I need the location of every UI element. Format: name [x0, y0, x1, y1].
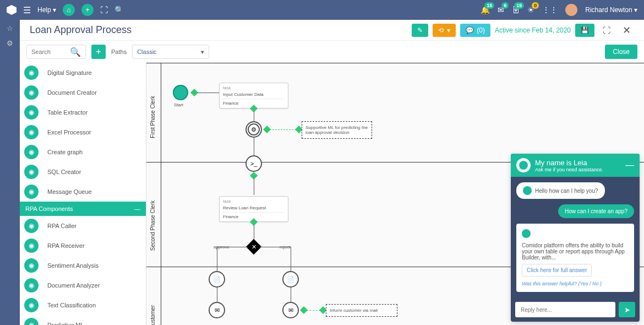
component-label: Table Extractor	[47, 109, 88, 116]
component-label: RPA Caller	[47, 223, 77, 229]
search-go-icon[interactable]: 🔍	[70, 47, 81, 57]
status-text: Active since Feb 14, 2020	[495, 26, 571, 34]
apps-icon[interactable]: ⋮⋮	[542, 6, 558, 14]
reject-mail-activity[interactable]: ✉	[282, 302, 299, 318]
chat-title: My name is Leia	[535, 159, 603, 167]
component-label: Create graph	[47, 149, 83, 155]
close-icon[interactable]: ✕	[619, 23, 634, 38]
gear-icon[interactable]: ⚙	[7, 39, 13, 47]
home-button[interactable]: ⌂	[63, 4, 75, 16]
save-button[interactable]: 💾	[575, 24, 594, 37]
edit-button[interactable]: ✎	[412, 24, 428, 37]
bell-badge: 15	[484, 2, 494, 9]
chat-header[interactable]: My name is Leia Ask me if you need assis…	[511, 154, 640, 177]
search-box[interactable]: 🔍	[26, 45, 86, 59]
component-item[interactable]: ◉Message Queue	[20, 182, 146, 202]
component-icon: ◉	[24, 239, 39, 253]
avatar[interactable]	[565, 4, 577, 16]
chat-user-message: How can I create an app?	[558, 204, 634, 218]
theme-badge: 0	[532, 2, 539, 9]
component-item[interactable]: ◉Predictive ML	[20, 315, 146, 325]
component-icon: ◉	[24, 185, 39, 199]
component-icon: ◉	[24, 318, 39, 325]
chat-bot-message: Hello how can I help you?	[516, 182, 605, 199]
page-header: Loan Approval Process ✎ ⟲ ▾ 💬 (0) Active…	[20, 20, 644, 41]
component-label: Digital Signature	[47, 69, 92, 76]
component-item[interactable]: ◉Create graph	[20, 142, 146, 162]
component-item[interactable]: ◉RPA Caller	[20, 216, 146, 236]
lane-2-label: Second Phase Clerk	[150, 201, 156, 251]
menu-icon[interactable]: ☰	[23, 5, 31, 15]
component-item[interactable]: ◉RPA Receiver	[20, 236, 146, 256]
component-label: Message Queue	[47, 188, 92, 195]
left-rail: ☆ ⚙	[0, 20, 20, 325]
start-label: Start	[174, 102, 183, 107]
approve-doc-activity[interactable]: 📄	[209, 271, 225, 288]
mail-icon[interactable]: ✉6	[498, 6, 504, 14]
script-activity[interactable]: >_	[245, 155, 262, 172]
component-icon: ◉	[24, 145, 39, 159]
drawer-badge: 15	[514, 2, 524, 9]
top-bar: ☰ Help ▾ ⌂ + ⛶ 🔍 🔔15 ✉6 🗄15 ☀0 ⋮⋮ Richar…	[0, 0, 644, 20]
component-icon: ◉	[24, 165, 39, 179]
component-icon: ◉	[24, 66, 39, 80]
app-logo[interactable]	[7, 5, 17, 15]
chat-input[interactable]	[515, 302, 615, 317]
component-icon: ◉	[24, 258, 39, 273]
chat-no-link[interactable]: No	[592, 281, 599, 286]
search-input[interactable]	[31, 48, 70, 55]
bell-icon[interactable]: 🔔15	[481, 6, 490, 14]
component-icon: ◉	[24, 125, 39, 139]
mail-badge: 6	[501, 2, 509, 9]
component-item[interactable]: ◉Sentiment Analysis	[20, 256, 146, 275]
add-button[interactable]: +	[81, 4, 94, 16]
component-label: Document Creator	[47, 89, 97, 96]
chat-minimize-icon[interactable]: —	[625, 160, 634, 170]
lane-3-label: ustomer	[150, 305, 156, 325]
component-icon: ◉	[24, 105, 39, 120]
share-button[interactable]: ⟲ ▾	[433, 24, 456, 37]
chat-widget: My name is Leia Ask me if you need assis…	[511, 154, 640, 322]
rpa-components-header[interactable]: RPA Components—	[20, 202, 146, 216]
ml-annotation: Supportive ML for predicting the loan ap…	[302, 121, 372, 139]
lane-1-label: First Phase Clerk	[150, 96, 156, 138]
ml-activity[interactable]: ⚙	[245, 121, 262, 138]
fullscreen-icon[interactable]: ⛶	[100, 6, 108, 14]
component-label: SQL Creator	[47, 169, 81, 175]
theme-icon[interactable]: ☀0	[527, 6, 534, 14]
component-label: RPA Receiver	[47, 242, 85, 249]
component-item[interactable]: ◉Digital Signature	[20, 63, 146, 83]
component-icon: ◉	[24, 278, 39, 292]
component-item[interactable]: ◉Document Creator	[20, 83, 146, 102]
approve-mail-activity[interactable]: ✉	[209, 302, 225, 318]
page-title: Loan Approval Process	[30, 24, 132, 36]
component-icon: ◉	[24, 298, 39, 312]
paths-select[interactable]: Classic▾	[132, 45, 209, 59]
chat-subtitle: Ask me if you need assistance.	[535, 167, 603, 172]
component-item[interactable]: ◉SQL Creator	[20, 162, 146, 182]
component-item[interactable]: ◉Excel Processor	[20, 122, 146, 142]
start-node[interactable]	[173, 85, 188, 100]
user-menu[interactable]: Richard Newton ▾	[585, 6, 637, 14]
chat-send-button[interactable]: ➤	[619, 302, 635, 317]
component-label: Sentiment Analysis	[47, 262, 99, 269]
chat-yes-link[interactable]: Yes	[580, 281, 588, 286]
help-menu[interactable]: Help ▾	[37, 6, 56, 14]
comments-button[interactable]: 💬 (0)	[460, 24, 490, 37]
component-item[interactable]: ◉Table Extractor	[20, 102, 146, 122]
reject-doc-activity[interactable]: 📄	[282, 271, 299, 288]
add-path-button[interactable]: +	[91, 45, 106, 59]
drawer-icon[interactable]: 🗄15	[512, 6, 520, 14]
toolbar: 🔍 + Paths Classic▾ Close	[20, 41, 644, 63]
star-icon[interactable]: ☆	[7, 24, 13, 32]
component-sidebar: ◉Digital Signature◉Document Creator◉Tabl…	[20, 63, 146, 325]
chat-full-answer-link[interactable]: Click here for full answer	[522, 264, 592, 277]
search-icon[interactable]: 🔍	[114, 6, 124, 14]
close-button[interactable]: Close	[605, 45, 637, 59]
expand-icon[interactable]: ⛶	[599, 23, 614, 38]
paths-label: Paths	[111, 48, 127, 55]
component-label: Excel Processor	[47, 129, 91, 136]
component-label: Text Classification	[47, 302, 96, 308]
component-item[interactable]: ◉Text Classification	[20, 295, 146, 315]
component-item[interactable]: ◉Document Analyzer	[20, 275, 146, 295]
